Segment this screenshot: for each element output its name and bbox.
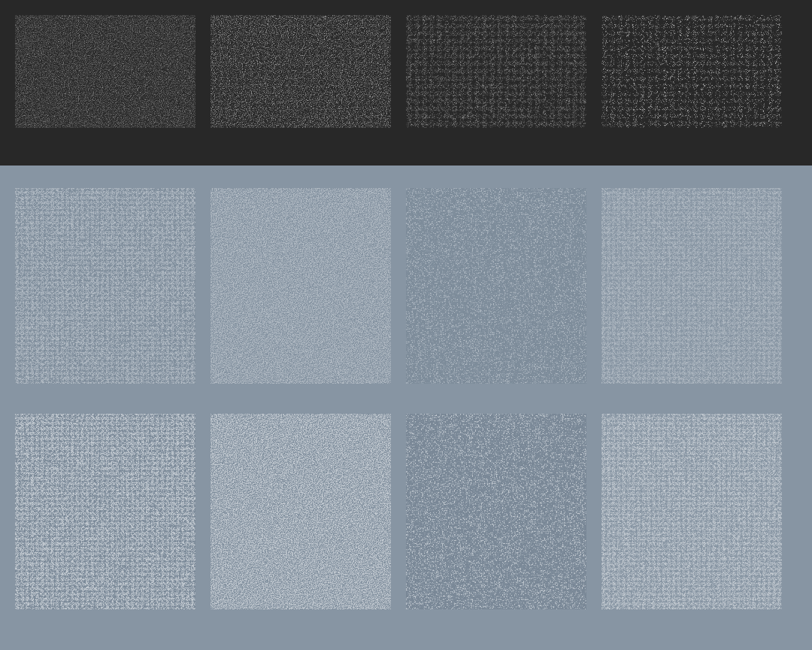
test-canvas	[0, 0, 812, 650]
noise-test	[0, 0, 812, 650]
